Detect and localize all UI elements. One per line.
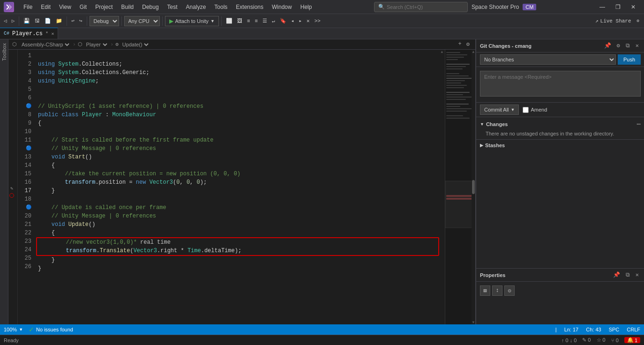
minimap-scroll-track[interactable] [472,54,475,320]
line-num: 9 [18,119,31,128]
menu-git[interactable]: Git [76,2,90,12]
menu-view[interactable]: View [55,2,75,12]
minimap-scroll-thumb[interactable] [472,180,475,194]
forward-button[interactable]: ▷ [10,17,17,25]
ready-status: Ready [4,338,19,343]
line-num: 5 [18,85,31,94]
assembly-dropdown[interactable]: Assembly-CSharp [20,41,71,48]
minimap-content [445,50,475,324]
git-pin-button[interactable]: 📌 [602,41,613,50]
changes-more-button[interactable]: ⋯ [637,120,641,128]
menu-debug[interactable]: Debug [138,2,162,12]
menu-window[interactable]: Window [268,2,296,12]
redo-button[interactable]: ↪ [77,17,84,25]
encoding-info[interactable]: SPC [609,327,620,332]
undo-button[interactable]: ↩ [69,17,76,25]
tab-close-button[interactable]: ✕ [51,31,54,37]
props-filter-icon[interactable]: ⚙ [504,285,515,296]
class-dropdown[interactable]: Player [84,41,109,48]
bookmark-button[interactable]: 🔖 [278,17,288,25]
platform-dropdown[interactable]: Any CPU [124,16,160,26]
minimap-scroll-down[interactable]: ▼ [472,320,475,324]
eol-info[interactable]: CRLF [627,327,640,332]
close-button[interactable]: ✕ [626,2,640,12]
zoom-level[interactable]: 100% ▼ [4,327,23,332]
changes-title[interactable]: ▼ Changes [480,121,508,127]
attach-to-unity-button[interactable]: ▶ Attach to Unity ▼ [165,16,219,26]
svg-rect-12 [446,85,467,86]
props-sort-icon[interactable]: ↕ [492,285,502,296]
user-avatar[interactable]: CM [523,4,536,10]
line-num: 16 [18,178,31,187]
more-toolbar[interactable]: >> [313,17,322,25]
stashes-header[interactable]: ▶ Stashes [480,142,641,148]
debug-config-dropdown[interactable]: Debug [90,16,119,26]
push-button[interactable]: Push [618,54,641,65]
branch-selector[interactable]: No Branches [480,54,616,65]
git-edit-count[interactable]: ✎ 0 [582,337,591,343]
commit-button[interactable]: Commit All ▼ [480,105,519,115]
search-input[interactable] [387,4,464,10]
props-grid-icon[interactable]: ⊞ [480,285,490,296]
screenshot-button[interactable]: 🖼 [235,17,244,25]
amend-label[interactable]: Amend [523,107,547,113]
attach-dropdown-icon: ▼ [210,19,215,23]
next-bookmark[interactable]: ▸ [297,17,304,25]
method-dropdown[interactable]: Update() [120,41,150,48]
minimap-scroll-up[interactable]: ▲ [472,50,475,54]
line-num: 18 [18,195,31,203]
menu-edit[interactable]: Edit [37,2,54,12]
open-button[interactable]: 📁 [54,17,64,25]
menu-tools[interactable]: Tools [210,2,231,12]
menu-analyze[interactable]: Analyze [182,2,210,12]
clear-bookmark[interactable]: ✕ [305,17,312,25]
line-info[interactable]: Ln: 17 [564,327,579,332]
commit-message-input[interactable] [480,71,641,97]
git-up-down-count[interactable]: ↑ 0 ↓ 0 [562,338,577,343]
svg-rect-4 [446,64,470,65]
add-file-button[interactable]: + [457,41,464,48]
menu-file[interactable]: File [20,2,36,12]
git-float-button[interactable]: ⧉ [624,42,632,50]
props-pin-button[interactable]: 📌 [611,270,622,279]
toolbox-sidebar: Toolbox [0,39,8,324]
minimize-button[interactable]: — [595,2,610,12]
settings-icon[interactable]: ⚙ [464,41,472,48]
back-button[interactable]: ◁ [2,17,9,25]
menu-project[interactable]: Project [91,2,116,12]
props-close-button[interactable]: ✕ [634,270,641,279]
toolbox-label[interactable]: Toolbox [0,39,8,65]
save-button[interactable]: 💾 [22,17,32,25]
issues-status[interactable]: ✓ No issues found [29,326,73,333]
menu-build[interactable]: Build [118,2,138,12]
live-share-button[interactable]: ↗ Live Share ⚙ [592,17,642,25]
git-close-button[interactable]: ✕ [634,41,641,50]
minimap-scrollbar[interactable]: ▲ ▼ [472,50,475,324]
props-float-button[interactable]: ⧉ [624,271,632,279]
code-line-8: public class Player : MonoBehaviour [38,111,441,119]
menu-test[interactable]: Test [164,2,181,12]
svg-rect-11 [446,82,461,83]
wrap-button[interactable]: ↵ [270,17,277,25]
amend-checkbox[interactable] [523,107,529,113]
tab-player-cs[interactable]: C# Player.cs * ✕ [0,28,58,39]
col-info[interactable]: Ch: 43 [586,327,601,332]
indent-button[interactable]: ≡ [245,17,252,25]
menu-extensions[interactable]: Extensions [232,2,267,12]
vertical-scrollbar[interactable]: ▲ [440,50,444,54]
git-fork-count[interactable]: ⑂ 0 [611,338,619,343]
prev-bookmark[interactable]: ◂ [289,17,296,25]
new-file-button[interactable]: 📄 [43,17,53,25]
git-star-count[interactable]: ☆ 0 [597,337,606,343]
restore-button[interactable]: ❐ [611,2,625,12]
breakpoints-button[interactable]: ⬜ [224,17,234,25]
indent2-button[interactable]: ≡ [253,17,260,25]
git-settings-button[interactable]: ⚙ [615,41,622,50]
scroll-up-arrow[interactable]: ▲ [441,50,443,54]
minimap[interactable]: ▲ ▼ [445,50,475,324]
notification-badge[interactable]: 🔔 1 [624,337,640,343]
save-all-button[interactable]: 🖫 [33,17,42,25]
code-content[interactable]: using System.Collections; using System.C… [34,50,445,324]
format-button[interactable]: ☰ [261,17,269,25]
menu-help[interactable]: Help [297,2,316,12]
